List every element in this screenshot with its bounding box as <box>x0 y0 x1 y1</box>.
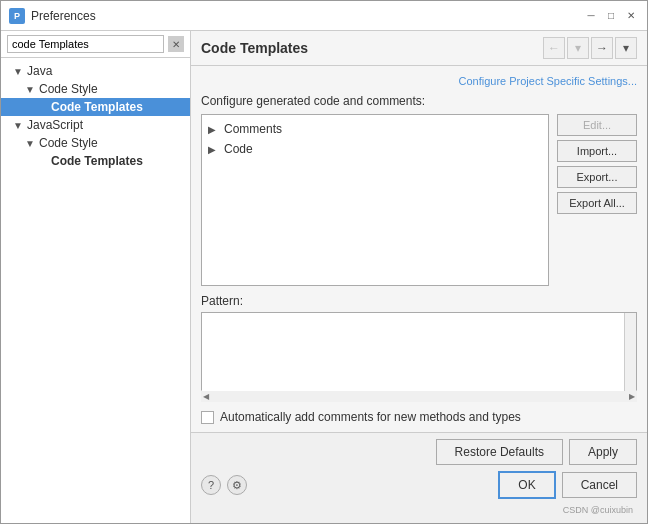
tree-item-java-codestyle[interactable]: ▼ Code Style <box>1 80 190 98</box>
bottom-bar: Restore Defaults Apply ? ⚙ OK Cancel CSD… <box>191 432 647 523</box>
export-button[interactable]: Export... <box>557 166 637 188</box>
apply-button[interactable]: Apply <box>569 439 637 465</box>
nav-buttons: ← ▾ → ▾ <box>543 37 637 59</box>
tree-label-java-codestyle: Code Style <box>39 82 98 96</box>
watermark: CSDN @cuixubin <box>201 505 637 517</box>
tree-arrow-javascript: ▼ <box>13 120 27 131</box>
right-body: Configure Project Specific Settings... C… <box>191 66 647 432</box>
tmpl-label-code: Code <box>224 142 253 156</box>
edit-button[interactable]: Edit... <box>557 114 637 136</box>
help-icon[interactable]: ? <box>201 475 221 495</box>
tree-label-javascript: JavaScript <box>27 118 83 132</box>
back-dropdown-button[interactable]: ▾ <box>567 37 589 59</box>
tmpl-actions: Edit... Import... Export... Export All..… <box>557 114 637 286</box>
auto-comment-label: Automatically add comments for new metho… <box>220 410 521 424</box>
search-input[interactable] <box>7 35 164 53</box>
right-panel: Code Templates ← ▾ → ▾ Configure Project… <box>191 31 647 523</box>
export-all-button[interactable]: Export All... <box>557 192 637 214</box>
title-bar-left: P Preferences <box>9 8 96 24</box>
tree-label-java: Java <box>27 64 52 78</box>
tmpl-arrow-comments: ▶ <box>208 124 220 135</box>
generate-label: Configure generated code and comments: <box>201 94 637 108</box>
configure-link-row: Configure Project Specific Settings... <box>201 74 637 88</box>
tree-label-js-codestyle: Code Style <box>39 136 98 150</box>
tmpl-arrow-code: ▶ <box>208 144 220 155</box>
app-icon-letter: P <box>14 11 20 21</box>
preferences-window: P Preferences ─ □ ✕ ✕ ▼ Java <box>0 0 648 524</box>
tree-arrow-java: ▼ <box>13 66 27 77</box>
pattern-textarea[interactable] <box>202 313 624 391</box>
left-panel: ✕ ▼ Java ▼ Code Style Code Templates <box>1 31 191 523</box>
minimize-button[interactable]: ─ <box>583 8 599 24</box>
auto-comment-row: Automatically add comments for new metho… <box>201 410 637 424</box>
tree-item-js-codestyle[interactable]: ▼ Code Style <box>1 134 190 152</box>
scroll-right-icon: ▶ <box>627 392 637 401</box>
cancel-button[interactable]: Cancel <box>562 472 637 498</box>
tree-label-java-codetemplates: Code Templates <box>51 100 143 114</box>
forward-button[interactable]: → <box>591 37 613 59</box>
forward-dropdown-button[interactable]: ▾ <box>615 37 637 59</box>
restore-apply-row: Restore Defaults Apply <box>201 439 637 465</box>
tree-item-javascript[interactable]: ▼ JavaScript <box>1 116 190 134</box>
tmpl-label-comments: Comments <box>224 122 282 136</box>
pattern-label: Pattern: <box>201 294 637 308</box>
settings-icon[interactable]: ⚙ <box>227 475 247 495</box>
right-title: Code Templates <box>201 40 308 56</box>
close-button[interactable]: ✕ <box>623 8 639 24</box>
pattern-scrollbar-y <box>624 313 636 391</box>
restore-defaults-button[interactable]: Restore Defaults <box>436 439 563 465</box>
search-clear-button[interactable]: ✕ <box>168 36 184 52</box>
window-title: Preferences <box>31 9 96 23</box>
tree-item-java[interactable]: ▼ Java <box>1 62 190 80</box>
tmpl-item-comments[interactable]: ▶ Comments <box>202 119 548 139</box>
tree-arrow-js-codestyle: ▼ <box>25 138 39 149</box>
auto-comment-checkbox[interactable] <box>201 411 214 424</box>
tree-label-js-codetemplates: Code Templates <box>51 154 143 168</box>
back-button[interactable]: ← <box>543 37 565 59</box>
tree-item-js-codetemplates[interactable]: Code Templates <box>1 152 190 170</box>
footer-icons: ? ⚙ <box>201 475 247 495</box>
ok-button[interactable]: OK <box>498 471 555 499</box>
content-area: ✕ ▼ Java ▼ Code Style Code Templates <box>1 31 647 523</box>
ok-cancel-row: OK Cancel <box>498 471 637 499</box>
tmpl-item-code[interactable]: ▶ Code <box>202 139 548 159</box>
pattern-scrollbar-x: ◀ ▶ <box>201 390 637 402</box>
pattern-box-wrapper: ◀ ▶ <box>201 312 637 402</box>
app-icon: P <box>9 8 25 24</box>
scroll-left-icon: ◀ <box>201 392 211 401</box>
right-header: Code Templates ← ▾ → ▾ <box>191 31 647 66</box>
footer-row: ? ⚙ OK Cancel <box>201 471 637 499</box>
search-box: ✕ <box>1 31 190 58</box>
configure-project-link[interactable]: Configure Project Specific Settings... <box>458 75 637 87</box>
templates-tree: ▶ Comments ▶ Code <box>201 114 549 286</box>
templates-row: ▶ Comments ▶ Code Edit... Import... Expo… <box>201 114 637 286</box>
pattern-section: Pattern: ◀ ▶ <box>201 294 637 402</box>
window-controls: ─ □ ✕ <box>583 8 639 24</box>
tree-panel: ▼ Java ▼ Code Style Code Templates ▼ Jav… <box>1 58 190 523</box>
tree-arrow-java-codestyle: ▼ <box>25 84 39 95</box>
maximize-button[interactable]: □ <box>603 8 619 24</box>
title-bar: P Preferences ─ □ ✕ <box>1 1 647 31</box>
tree-item-java-codetemplates[interactable]: Code Templates <box>1 98 190 116</box>
import-button[interactable]: Import... <box>557 140 637 162</box>
